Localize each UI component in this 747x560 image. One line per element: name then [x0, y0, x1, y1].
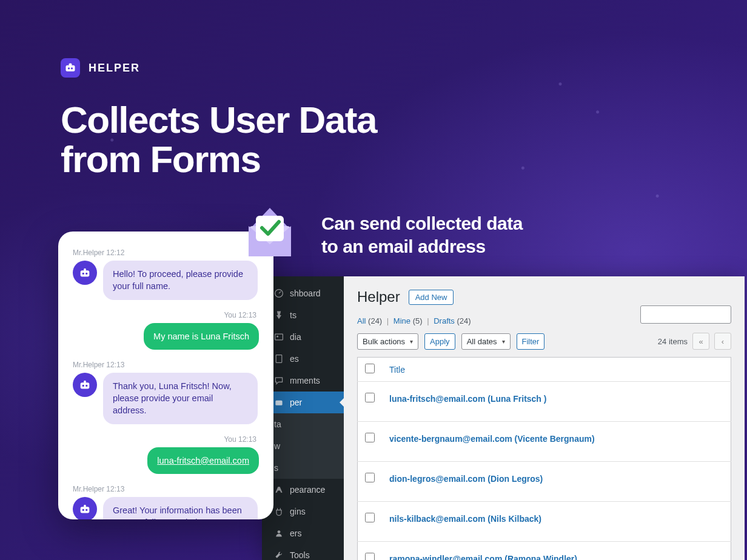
sidebar-item-pages[interactable]: es	[262, 348, 344, 370]
user-bubble: luna-fritsch@email.com	[147, 447, 259, 474]
page-header: Helper Add New	[357, 288, 731, 305]
sidebar-item-label: pearance	[290, 485, 325, 495]
wp-sidebar: shboard ts dia es mments per ta w s	[262, 276, 344, 560]
sidebar-item-plugins[interactable]: gins	[262, 501, 344, 522]
sidebar-subitem[interactable]: w	[262, 435, 344, 457]
bot-bubble: Thank you, Luna Fritsch! Now, please pro…	[103, 373, 258, 424]
row-title-link[interactable]: nils-kilback@email.com (Nils Kilback)	[389, 514, 541, 524]
chat-card: Mr.Helper 12:12 Hello! To proceed, pleas…	[58, 232, 273, 519]
row-checkbox[interactable]	[365, 393, 375, 402]
items-count: 24 items	[658, 337, 688, 346]
sidebar-item-label: gins	[290, 507, 306, 516]
users-icon	[274, 528, 284, 538]
pin-icon	[274, 310, 284, 320]
sidebar-item-dashboard[interactable]: shboard	[262, 282, 344, 304]
svg-rect-16	[81, 507, 90, 513]
sidebar-item-label: mments	[290, 376, 320, 385]
sidebar-subitem[interactable]: s	[262, 457, 344, 479]
table-row: luna-fritsch@email.com (Luna Fritsch )	[358, 382, 731, 422]
svg-rect-8	[81, 270, 90, 276]
svg-point-22	[276, 336, 278, 338]
filter-all[interactable]: All	[357, 316, 366, 325]
select-all-checkbox[interactable]	[365, 364, 375, 373]
subhead-line-2: to an email address	[321, 235, 523, 258]
svg-rect-3	[69, 64, 72, 66]
row-title-link[interactable]: vicente-bergnaum@email.com (Vicente Berg…	[389, 434, 595, 444]
subhead-line-1: Can send collected data	[321, 212, 523, 235]
bot-avatar-icon	[73, 261, 97, 285]
filter-button[interactable]: Filter	[517, 333, 545, 350]
brand-name: HELPER	[89, 62, 140, 75]
svg-rect-15	[84, 381, 86, 384]
sidebar-item-helper[interactable]: per	[262, 392, 344, 413]
dashboard-icon	[274, 288, 284, 298]
chat-meta: You 12:13	[73, 435, 259, 444]
sidebar-item-label: ts	[290, 310, 296, 320]
svg-point-9	[82, 273, 84, 275]
column-title[interactable]: Title	[382, 358, 731, 382]
chat-meta: Mr.Helper 12:13	[73, 485, 259, 493]
svg-rect-21	[275, 334, 283, 340]
svg-point-18	[85, 509, 87, 511]
svg-point-25	[278, 530, 281, 533]
pager-prev[interactable]: ‹	[714, 333, 731, 350]
user-bubble: My name is Luna Fritsch	[144, 323, 259, 350]
svg-point-14	[85, 385, 87, 387]
chat-meta: You 12:13	[73, 311, 259, 319]
bot-message: Great! Your information has been success…	[73, 497, 259, 519]
bot-avatar-icon	[73, 373, 97, 397]
search-input[interactable]	[640, 305, 731, 324]
user-message: My name is Luna Fritsch	[73, 323, 259, 350]
svg-rect-7	[256, 216, 284, 241]
chat-meta: Mr.Helper 12:13	[73, 361, 259, 369]
table-row: ramona-windler@email.com (Ramona Windler…	[358, 542, 731, 561]
svg-point-13	[82, 385, 84, 387]
row-title-link[interactable]: luna-fritsch@email.com (Luna Fritsch )	[389, 394, 546, 404]
row-title-link[interactable]: ramona-windler@email.com (Ramona Windler…	[389, 554, 577, 561]
sidebar-item-label: ta	[274, 419, 281, 429]
sidebar-item-label: per	[290, 398, 302, 407]
svg-rect-24	[275, 401, 282, 405]
add-new-button[interactable]: Add New	[409, 290, 454, 305]
svg-point-17	[82, 509, 84, 511]
pager-first[interactable]: «	[692, 333, 709, 350]
sidebar-item-media[interactable]: dia	[262, 326, 344, 348]
admin-panel: shboard ts dia es mments per ta w s	[262, 276, 745, 560]
sidebar-item-label: s	[274, 463, 278, 473]
sidebar-item-comments[interactable]: mments	[262, 370, 344, 392]
row-checkbox[interactable]	[365, 473, 375, 482]
svg-rect-11	[84, 268, 86, 272]
filter-drafts[interactable]: Drafts	[434, 316, 455, 325]
sidebar-item-posts[interactable]: ts	[262, 304, 344, 326]
sidebar-item-label: es	[290, 354, 299, 364]
chevron-down-icon: ▾	[410, 338, 413, 345]
sidebar-item-tools[interactable]: Tools	[262, 544, 344, 560]
sidebar-item-label: dia	[290, 332, 301, 342]
sidebar-subitem[interactable]: ta	[262, 413, 344, 435]
list-table: Title luna-fritsch@email.com (Luna Frits…	[357, 357, 731, 560]
bulk-actions-select[interactable]: Bulk actions ▾	[357, 333, 418, 350]
chevron-down-icon: ▾	[502, 338, 505, 345]
sidebar-item-label: shboard	[290, 288, 321, 298]
sidebar-item-appearance[interactable]: pearance	[262, 479, 344, 501]
filter-mine[interactable]: Mine	[394, 316, 410, 325]
svg-rect-23	[276, 355, 282, 363]
user-message: luna-fritsch@email.com	[73, 447, 259, 474]
envelope-icon	[230, 193, 309, 272]
date-filter-select[interactable]: All dates ▾	[461, 333, 511, 350]
brand-icon	[61, 58, 80, 78]
tools-icon	[274, 550, 284, 560]
sidebar-item-users[interactable]: ers	[262, 522, 344, 544]
svg-rect-19	[84, 505, 86, 508]
sidebar-item-label: Tools	[290, 550, 310, 560]
headline: Collects User Data from Forms	[61, 100, 377, 179]
apply-button[interactable]: Apply	[424, 333, 455, 350]
row-title-link[interactable]: dion-legros@email.com (Dion Legros)	[389, 474, 543, 484]
table-row: nils-kilback@email.com (Nils Kilback)	[358, 502, 731, 542]
row-checkbox[interactable]	[365, 513, 375, 522]
bot-bubble: Great! Your information has been success…	[103, 497, 258, 519]
media-icon	[274, 332, 284, 342]
tablenav: Bulk actions ▾ Apply All dates ▾ Filter …	[357, 333, 731, 350]
row-checkbox[interactable]	[365, 553, 375, 560]
row-checkbox[interactable]	[365, 433, 375, 442]
